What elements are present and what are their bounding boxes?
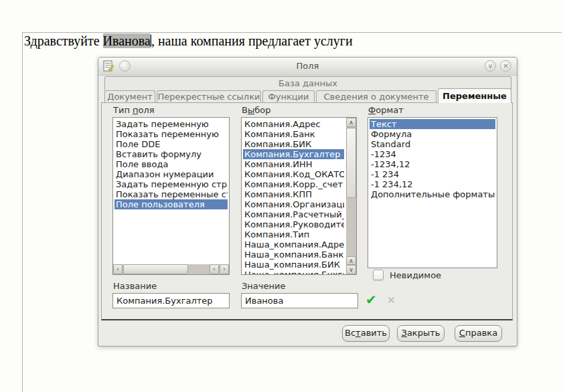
- hscroll-thumb[interactable]: [123, 264, 188, 274]
- vscroll-thumb[interactable]: [346, 128, 356, 198]
- help-button[interactable]: Справка: [455, 325, 502, 342]
- list-item[interactable]: -1234,12: [370, 159, 495, 169]
- list-item[interactable]: Наша_компания.Банк: [243, 250, 344, 260]
- invisible-checkbox[interactable]: [373, 270, 384, 280]
- tab-functions[interactable]: Функции: [262, 90, 315, 103]
- list-item[interactable]: Компания.КПП: [243, 189, 344, 199]
- list-item[interactable]: Компания.Бухгалтер: [243, 149, 344, 159]
- name-input[interactable]: Компания.Бухгалтер: [112, 293, 230, 308]
- apply-check-icon[interactable]: ✔: [366, 292, 377, 308]
- value-label: Значение: [242, 281, 285, 291]
- list-item[interactable]: Поле ввода: [114, 159, 228, 169]
- list-item[interactable]: Наша_компания.БИК: [243, 260, 344, 270]
- scroll-left-icon[interactable]: ‹: [113, 264, 123, 274]
- scroll-up-icon[interactable]: ∧: [346, 256, 356, 265]
- scroll-down-icon[interactable]: ∨: [346, 265, 356, 274]
- list-item[interactable]: Standard: [370, 139, 495, 149]
- list-item[interactable]: Компания.Код_ОКАТО: [243, 169, 344, 179]
- scroll-up-icon[interactable]: ∧: [346, 118, 356, 127]
- document-text-line[interactable]: Здравствуйте Иванова, наша компания пред…: [24, 33, 353, 49]
- list-item[interactable]: Задать переменную: [114, 119, 228, 129]
- list-item[interactable]: Показать переменные страницы: [114, 189, 228, 199]
- selection-listbox[interactable]: Компания.АдресКомпания.БанкКомпания.БИКК…: [241, 117, 357, 275]
- tab-docinformation[interactable]: Сведения о документе: [316, 90, 436, 103]
- selection-vscrollbar[interactable]: ∧ ∧ ∨: [346, 118, 356, 274]
- invisible-checkbox-label: Невидимое: [390, 270, 441, 280]
- list-item[interactable]: Формула: [370, 129, 495, 139]
- selected-text[interactable]: Иванова: [103, 33, 151, 48]
- close-icon[interactable]: ✕: [500, 60, 511, 72]
- list-item[interactable]: Наша_компания.Бухгалтер: [243, 270, 344, 275]
- list-item[interactable]: -1 234: [370, 169, 495, 179]
- list-item[interactable]: Дополнительные форматы...: [370, 189, 495, 199]
- list-item[interactable]: Компания.Корр._счет: [243, 179, 344, 189]
- scroll-left-icon[interactable]: ‹: [210, 264, 219, 274]
- list-item[interactable]: Текст: [370, 119, 495, 129]
- selection-label: Выбор: [242, 105, 270, 115]
- field-type-listbox[interactable]: Задать переменнуюПоказать переменнуюПоле…: [112, 117, 230, 275]
- variables-tab-panel: Тип поля Выбор Формат Задать переменнуюП…: [101, 102, 513, 320]
- field-type-label: Тип поля: [113, 105, 155, 115]
- dialog-title: Поля: [139, 61, 477, 71]
- name-label: Название: [113, 281, 157, 291]
- list-item[interactable]: Компания.Адрес: [243, 119, 344, 129]
- list-item[interactable]: Компания.Банк: [243, 129, 344, 139]
- writer-document-icon: [102, 60, 114, 72]
- tab-document[interactable]: Документ: [104, 90, 155, 103]
- list-item[interactable]: Наша_компания.Адрес: [243, 239, 344, 250]
- list-item[interactable]: Поле пользователя: [114, 199, 228, 209]
- list-item[interactable]: Компания.Организация: [243, 199, 344, 209]
- format-label: Формат: [368, 105, 404, 115]
- tab-variables[interactable]: Переменные: [438, 88, 511, 103]
- list-item[interactable]: -1 234,12: [370, 179, 495, 189]
- list-item[interactable]: Компания.БИК: [243, 139, 344, 149]
- list-item[interactable]: Компания.Расчетный_счет: [243, 209, 344, 219]
- tab-cross-references[interactable]: Перекрестные ссылки: [157, 90, 261, 103]
- document-text: , наша компания предлагает услуги: [151, 33, 353, 48]
- titlebar-menu-button[interactable]: [119, 60, 131, 72]
- list-item[interactable]: Компания.ИНН: [243, 159, 344, 169]
- value-input[interactable]: Иванова: [241, 293, 358, 308]
- list-item[interactable]: Компания.Тип: [243, 229, 344, 239]
- document-page-top-border: [22, 32, 562, 33]
- list-item[interactable]: Задать переменную страницы: [114, 179, 228, 189]
- dialog-titlebar[interactable]: Поля ∨ ✕: [98, 58, 517, 76]
- list-item[interactable]: Диапазон нумерации: [114, 169, 228, 179]
- list-item[interactable]: -1234: [370, 149, 495, 159]
- shade-icon[interactable]: ∨: [485, 60, 496, 72]
- list-item[interactable]: Показать переменную: [114, 129, 228, 139]
- insert-button[interactable]: Вставить: [342, 325, 390, 342]
- close-button[interactable]: Закрыть: [397, 325, 445, 342]
- document-page-left-border: [22, 32, 23, 392]
- scroll-right-icon[interactable]: ›: [220, 264, 229, 274]
- field-type-hscrollbar[interactable]: ‹ ‹ ›: [113, 264, 229, 274]
- list-item[interactable]: Компания.Руководитель: [243, 219, 344, 229]
- list-item[interactable]: Вставить формулу: [114, 149, 228, 159]
- delete-x-icon: ✕: [387, 294, 396, 306]
- format-listbox[interactable]: ТекстФормулаStandard-1234-1234,12-1 234-…: [368, 117, 497, 268]
- fields-dialog: Поля ∨ ✕ База данных Документ Перекрестн…: [98, 57, 517, 347]
- document-text: Здравствуйте: [24, 33, 103, 48]
- list-item[interactable]: Поле DDE: [114, 139, 228, 149]
